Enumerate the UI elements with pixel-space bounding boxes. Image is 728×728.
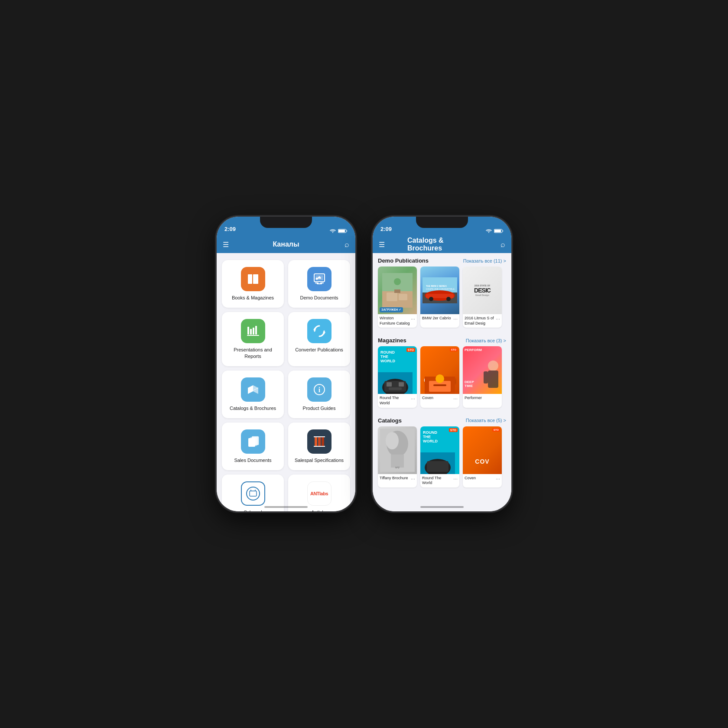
channel-catalogs[interactable]: Catalogs & Brochures [222, 370, 284, 418]
svg-rect-38 [394, 289, 400, 293]
rtw2-dots[interactable]: ··· [452, 476, 458, 482]
svg-rect-15 [253, 328, 254, 335]
salespal-spec-label: Salespal Specifications [295, 457, 344, 463]
coven-illustration [425, 372, 455, 394]
coven-name: Coven [422, 396, 452, 401]
svg-rect-9 [315, 283, 318, 283]
status-icons [330, 229, 348, 233]
winston-dots[interactable]: ··· [410, 316, 415, 322]
rtw-dots[interactable]: ··· [410, 396, 415, 402]
demo-publications-show-all[interactable]: Показать все (11) > [463, 258, 506, 263]
item-rtw2[interactable]: STO ROUNDTHEWORLD Round The World ··· [420, 426, 459, 488]
battery-icon [338, 229, 348, 233]
channel-sales[interactable]: Sales Documents [222, 422, 284, 470]
wifi-icon-2 [486, 229, 492, 233]
nav-title-catalog: Catalogs & Brochures [407, 237, 477, 252]
item-bmw[interactable]: THE BMW 2 SERIES COUPE AND CONVERTIBLE. … [420, 266, 459, 328]
coven2-name: Coven [465, 476, 495, 481]
rtw2-thumb: STO ROUNDTHEWORLD [420, 426, 459, 474]
tiffany-info: Tiffany Brochure ··· [378, 474, 417, 484]
coven2-dots[interactable]: ··· [495, 476, 500, 482]
performer-thumb: PERFORM DEEPTIME [463, 346, 502, 394]
channels-screen: Books & Magazines [217, 253, 355, 511]
svg-rect-17 [247, 335, 259, 336]
svg-rect-6 [249, 277, 251, 277]
notch-2 [416, 217, 468, 228]
item-design[interactable]: 2016 STATE OF DESIC Email Design 2016 Li… [463, 266, 502, 328]
tiffany-dots[interactable]: ··· [410, 476, 415, 482]
svg-point-0 [332, 232, 333, 233]
nav-bar-catalog: ☰ Catalogs & Brochures ⌕ [373, 236, 511, 253]
salespal-spec-icon [307, 429, 332, 454]
bmw-thumb: THE BMW 2 SERIES COUPE AND CONVERTIBLE. [420, 266, 459, 314]
nav-bar-channels: ☰ Каналы ⌕ [217, 236, 355, 253]
battery-icon-2 [494, 229, 504, 233]
magazines-show-all[interactable]: Показать все (3) > [466, 338, 506, 343]
demo-publications-row: ЗАГРУЖЕН ✓ Winston Furniture Catalog ··· [373, 266, 511, 333]
bmw-info: BMW 2er Cabrio ··· [420, 314, 459, 324]
performer-magazine-name: PERFORM [465, 348, 482, 352]
channel-converter[interactable]: Converter Publications [288, 312, 350, 366]
svg-rect-32 [494, 230, 501, 232]
bmw-dots[interactable]: ··· [452, 316, 458, 322]
svg-rect-26 [318, 437, 321, 446]
demo-publications-title: Demo Publications [378, 257, 429, 264]
rtw-thumb: STO ROUNDTHEWORLD [378, 346, 417, 394]
coven2-title-text: COV [463, 458, 502, 465]
item-performer[interactable]: PERFORM DEEPTIME Performer [463, 346, 502, 407]
search-icon[interactable]: ⌕ [344, 240, 349, 249]
svg-point-57 [488, 361, 498, 371]
phone-catalog: 2:09 ☰ Catalogs & Brochures ⌕ [373, 217, 511, 511]
antlabs-text: ANTlabs [310, 491, 328, 496]
svg-rect-64 [391, 455, 404, 468]
catalogs-show-all[interactable]: Показать все (5) > [466, 418, 506, 423]
bmw-illustration: THE BMW 2 SERIES COUPE AND CONVERTIBLE. [422, 277, 457, 303]
svg-rect-50 [387, 382, 392, 387]
svg-rect-59 [484, 371, 488, 384]
channel-books[interactable]: Books & Magazines [222, 260, 284, 308]
svg-text:THE BMW 2 SERIES: THE BMW 2 SERIES [426, 285, 447, 287]
catalog-screen: Demo Publications Показать все (11) > [373, 253, 511, 511]
channel-presentations[interactable]: Presentations and Reports [222, 312, 284, 366]
svg-point-37 [394, 278, 401, 285]
design-dots[interactable]: ··· [495, 316, 500, 322]
item-tiffany[interactable]: Nº2 Tiffany Brochure ··· [378, 426, 417, 488]
rtw-title-text: ROUNDTHEWORLD [380, 351, 395, 364]
channel-demo[interactable]: Demo Documents [288, 260, 350, 308]
coven2-info: Coven ··· [463, 474, 502, 484]
item-rtw[interactable]: STO ROUNDTHEWORLD [378, 346, 417, 407]
hamburger-icon[interactable]: ☰ [223, 240, 229, 249]
antlabs-icon: ANTlabs [307, 481, 332, 506]
svg-rect-4 [253, 274, 258, 284]
antlabs-label: Antlabs [311, 509, 327, 511]
salespal-label: Salespal [244, 509, 262, 511]
svg-point-44 [446, 297, 451, 301]
svg-text:Nº2: Nº2 [395, 466, 400, 469]
coven2-sto-badge: STO [492, 428, 500, 432]
channel-salespal-spec[interactable]: Salespal Specifications [288, 422, 350, 470]
nav-title-channels: Каналы [273, 240, 299, 248]
item-coven[interactable]: STO COVEN [420, 346, 459, 407]
rtw2-name: Round The World [422, 476, 452, 486]
coven2-thumb: STO COV [463, 426, 502, 474]
item-coven2[interactable]: STO COV Coven ··· [463, 426, 502, 488]
demo-publications-header: Demo Publications Показать все (11) > [373, 253, 511, 266]
item-winston[interactable]: ЗАГРУЖЕН ✓ Winston Furniture Catalog ··· [378, 266, 417, 328]
converter-icon [307, 319, 332, 343]
wifi-icon [330, 229, 336, 233]
loaded-badge: ЗАГРУЖЕН ✓ [380, 307, 403, 312]
performer-person [480, 359, 502, 394]
svg-rect-25 [315, 437, 317, 446]
design-text-content: 2016 STATE OF DESIC Email Design [472, 283, 492, 298]
svg-point-28 [247, 487, 260, 500]
search-icon-2[interactable]: ⌕ [500, 240, 505, 249]
presentations-label: Presentations and Reports [226, 347, 280, 359]
svg-rect-11 [317, 283, 322, 284]
tiffany-name: Tiffany Brochure [380, 476, 410, 481]
channel-guides[interactable]: i Product Guides [288, 370, 350, 418]
coven-dots[interactable]: ··· [452, 396, 458, 402]
demo-label: Demo Documents [300, 295, 338, 301]
magazines-row: STO ROUNDTHEWORLD [373, 346, 511, 413]
hamburger-icon-2[interactable]: ☰ [379, 240, 385, 249]
catalogs-label: Catalogs & Brochures [230, 405, 276, 411]
